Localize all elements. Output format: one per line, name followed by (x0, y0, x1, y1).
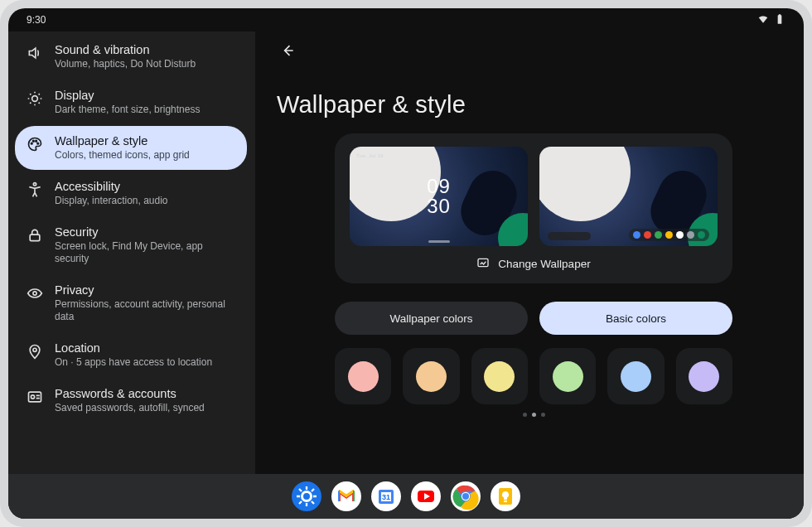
lockscreen-preview[interactable]: Tue, Jul 19 09 30 (350, 147, 528, 246)
sidebar-item-sub: Saved passwords, autofill, synced (55, 402, 205, 414)
content-body: Sound & vibration Volume, haptics, Do No… (8, 31, 804, 474)
accessibility-icon (27, 181, 43, 198)
swatch-orange[interactable] (403, 348, 459, 404)
sidebar-item-sub: Permissions, account activity, personal … (55, 298, 235, 323)
svg-rect-11 (478, 259, 488, 266)
status-time: 9:30 (27, 14, 46, 26)
swatch-yellow[interactable] (471, 348, 528, 404)
taskbar: 31 (8, 474, 804, 519)
svg-point-2 (33, 140, 35, 142)
status-right (757, 13, 785, 27)
swatch-blue[interactable] (607, 348, 664, 404)
main-pane: Wallpaper & style Tue, Jul 19 09 30 (255, 31, 804, 474)
svg-point-8 (33, 348, 36, 351)
svg-rect-26 (504, 500, 507, 502)
pager-dot (532, 413, 536, 417)
sidebar-item-sub: Dark theme, font size, brightness (55, 104, 200, 116)
pager-dot (523, 413, 527, 417)
tab-basic-colors[interactable]: Basic colors (539, 302, 732, 335)
wallpaper-change-icon (476, 256, 490, 272)
sidebar-item-sub: Display, interaction, audio (55, 195, 168, 207)
svg-point-10 (31, 395, 34, 399)
taskbar-app-youtube[interactable] (411, 481, 441, 511)
sidebar-item-label: Display (55, 89, 200, 102)
tablet-frame: 9:30 Sound & vibration (0, 0, 812, 527)
sidebar-item-sound[interactable]: Sound & vibration Volume, haptics, Do No… (15, 35, 247, 79)
lock-icon (27, 227, 43, 244)
preview-dock (629, 229, 709, 241)
sidebar-item-sub: Colors, themed icons, app grid (55, 149, 190, 162)
preview-date: Tue, Jul 19 (356, 153, 384, 158)
pager-dot (541, 413, 545, 417)
sidebar-item-sub: Screen lock, Find My Device, app securit… (55, 240, 235, 265)
color-source-tabs: Wallpaper colors Basic colors (335, 302, 732, 335)
change-wallpaper-button[interactable]: Change Wallpaper (350, 256, 718, 272)
svg-point-4 (37, 143, 39, 144)
sidebar-item-sub: On · 5 apps have access to location (55, 356, 212, 369)
preview-row: Tue, Jul 19 09 30 (350, 147, 718, 246)
sidebar-item-passwords[interactable]: Passwords & accounts Saved passwords, au… (15, 379, 247, 423)
change-wallpaper-label: Change Wallpaper (498, 258, 590, 270)
tab-wallpaper-colors[interactable]: Wallpaper colors (335, 302, 528, 335)
sidebar-item-location[interactable]: Location On · 5 apps have access to loca… (15, 333, 247, 377)
location-icon (27, 343, 43, 360)
wifi-icon (757, 13, 769, 27)
sidebar-item-label: Sound & vibration (55, 43, 196, 56)
svg-point-3 (36, 140, 37, 142)
svg-point-0 (32, 96, 38, 102)
sidebar-item-security[interactable]: Security Screen lock, Find My Device, ap… (15, 217, 247, 273)
sidebar-item-label: Accessibility (55, 180, 168, 193)
svg-point-5 (33, 183, 36, 186)
swatch-pink[interactable] (335, 348, 391, 404)
color-swatch-row (335, 348, 732, 404)
sidebar-item-wallpaper[interactable]: Wallpaper & style Colors, themed icons, … (15, 126, 247, 170)
sidebar-item-label: Passwords & accounts (55, 387, 205, 400)
page-title: Wallpaper & style (277, 91, 790, 118)
svg-point-7 (33, 292, 36, 295)
sidebar-item-label: Wallpaper & style (55, 134, 190, 147)
sidebar-item-sub: Volume, haptics, Do Not Disturb (55, 58, 196, 70)
sidebar-item-label: Security (55, 225, 235, 239)
brightness-icon (27, 90, 43, 107)
preview-search-pill (548, 232, 591, 240)
svg-point-12 (292, 481, 321, 511)
sidebar-item-label: Privacy (55, 283, 235, 297)
sidebar-item-display[interactable]: Display Dark theme, font size, brightnes… (15, 80, 247, 124)
preview-clock-minutes: 30 (427, 196, 451, 216)
svg-rect-6 (30, 234, 40, 241)
taskbar-app-settings[interactable] (292, 481, 321, 511)
status-bar: 9:30 (8, 8, 804, 31)
taskbar-app-gmail[interactable] (331, 481, 361, 511)
sidebar-item-label: Location (55, 341, 212, 355)
account-icon (27, 389, 43, 405)
taskbar-app-chrome[interactable] (451, 481, 481, 511)
palette-icon (27, 136, 43, 152)
battery-icon (774, 13, 785, 27)
swatch-purple[interactable] (676, 348, 732, 404)
preview-clock-hours: 09 (427, 176, 451, 196)
volume-icon (27, 45, 43, 61)
homescreen-preview[interactable] (539, 147, 718, 246)
swatch-green[interactable] (539, 348, 596, 404)
swatch-pager (335, 413, 732, 417)
svg-point-1 (31, 143, 32, 144)
privacy-icon (27, 285, 43, 302)
sidebar-item-privacy[interactable]: Privacy Permissions, account activity, p… (15, 275, 247, 331)
svg-text:31: 31 (382, 493, 390, 501)
settings-sidebar[interactable]: Sound & vibration Volume, haptics, Do No… (8, 31, 255, 474)
wallpaper-preview-panel: Tue, Jul 19 09 30 (335, 133, 732, 283)
taskbar-app-calendar[interactable]: 31 (371, 481, 401, 511)
taskbar-app-keep[interactable] (491, 481, 520, 511)
screen: 9:30 Sound & vibration (8, 8, 804, 519)
preview-clock: 09 30 (427, 176, 451, 216)
sidebar-item-accessibility[interactable]: Accessibility Display, interaction, audi… (15, 172, 247, 215)
svg-point-23 (462, 493, 469, 500)
back-button[interactable] (273, 36, 302, 65)
